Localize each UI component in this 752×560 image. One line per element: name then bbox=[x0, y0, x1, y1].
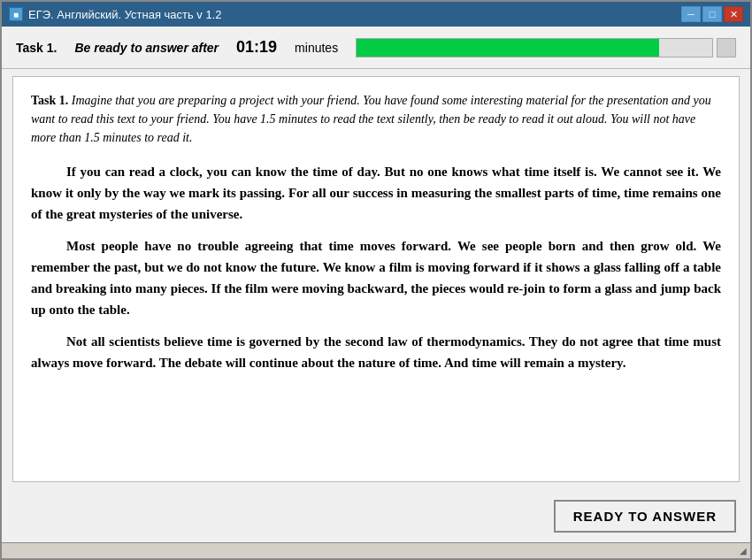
progress-square bbox=[717, 38, 736, 58]
reading-text: If you can read a clock, you can know th… bbox=[31, 161, 721, 373]
task-instruction: Imagine that you are preparing a project… bbox=[31, 94, 711, 144]
title-bar: ■ ЕГЭ. Английский. Устная часть v 1.2 ─ … bbox=[2, 2, 750, 27]
progress-bar-outer bbox=[356, 38, 713, 58]
paragraph-1: If you can read a clock, you can know th… bbox=[31, 161, 721, 225]
timer-display: 01:19 bbox=[236, 38, 277, 57]
progress-bar-inner bbox=[357, 39, 659, 57]
resize-grip: ◢ bbox=[740, 546, 747, 556]
paragraph-3: Not all scientists believe time is gover… bbox=[31, 331, 721, 373]
status-bar: ◢ bbox=[2, 542, 750, 558]
toolbar: Task 1. Be ready to answer after 01:19 m… bbox=[2, 27, 750, 69]
content-area: Task 1. Imagine that you are preparing a… bbox=[12, 76, 740, 482]
footer-area: READY TO ANSWER bbox=[2, 489, 750, 542]
main-window: ■ ЕГЭ. Английский. Устная часть v 1.2 ─ … bbox=[0, 0, 752, 560]
ready-to-answer-button[interactable]: READY TO ANSWER bbox=[554, 500, 736, 533]
paragraph-2: Most people have no trouble agreeing tha… bbox=[31, 235, 721, 320]
maximize-button[interactable]: □ bbox=[702, 6, 722, 22]
app-icon: ■ bbox=[9, 7, 23, 21]
close-button[interactable]: ✕ bbox=[724, 6, 743, 22]
minimize-button[interactable]: ─ bbox=[681, 6, 701, 22]
task-header: Task 1. Imagine that you are preparing a… bbox=[31, 91, 721, 147]
title-bar-controls: ─ □ ✕ bbox=[681, 6, 743, 22]
toolbar-task-label: Task 1. bbox=[16, 41, 57, 55]
title-bar-left: ■ ЕГЭ. Английский. Устная часть v 1.2 bbox=[9, 7, 222, 21]
toolbar-ready-text: Be ready to answer after bbox=[74, 41, 219, 55]
task-prefix: Task 1. bbox=[31, 94, 68, 107]
window-title: ЕГЭ. Английский. Устная часть v 1.2 bbox=[28, 8, 222, 21]
minutes-label: minutes bbox=[295, 41, 338, 55]
progress-container bbox=[356, 38, 736, 58]
